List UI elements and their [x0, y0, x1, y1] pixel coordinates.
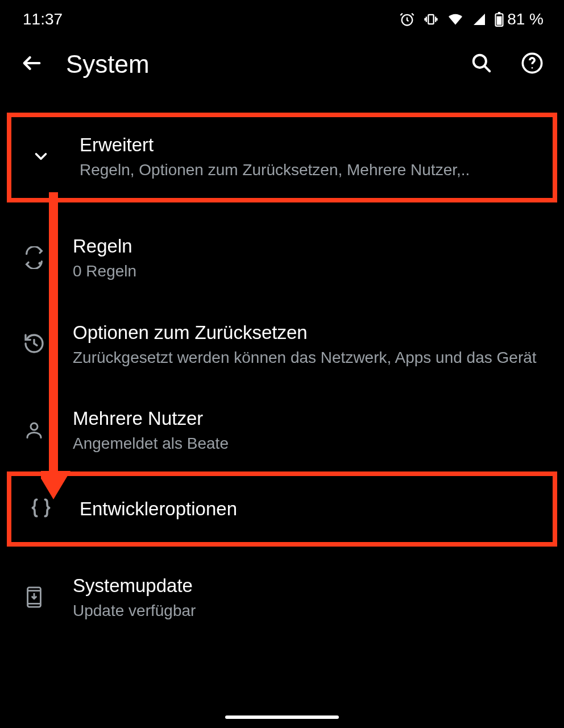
battery-indicator: 81 % [495, 10, 544, 28]
chevron-down-icon [31, 147, 51, 168]
list-item-developer-options[interactable]: Entwickleroptionen [7, 471, 557, 547]
svg-rect-3 [497, 16, 502, 25]
signal-icon [472, 13, 487, 26]
search-button[interactable] [471, 52, 492, 76]
vibrate-icon [423, 11, 439, 27]
back-button[interactable] [20, 52, 43, 77]
status-time: 11:37 [23, 10, 63, 28]
item-subtitle: Regeln, Optionen zum Zurücksetzen, Mehre… [80, 159, 544, 181]
battery-text: 81 % [507, 10, 544, 28]
page-title: System [66, 50, 448, 78]
list-item-users[interactable]: Mehrere Nutzer Angemeldet als Beate [0, 391, 564, 471]
settings-list: Erweitert Regeln, Optionen zum Zurückset… [0, 96, 564, 639]
help-button[interactable] [521, 52, 544, 77]
item-subtitle: Update verfügbar [73, 600, 550, 622]
svg-point-8 [39, 262, 42, 264]
svg-rect-1 [429, 15, 434, 24]
system-update-icon [24, 586, 44, 611]
list-item-reset[interactable]: Optionen zum Zurücksetzen Zurückgesetzt … [0, 299, 564, 391]
list-item-rules[interactable]: Regeln 0 Regeln [0, 218, 564, 299]
battery-icon [495, 12, 504, 27]
alarm-icon [399, 11, 415, 27]
list-item-advanced[interactable]: Erweitert Regeln, Optionen zum Zurückset… [7, 113, 557, 202]
svg-rect-4 [498, 12, 500, 14]
item-title: Mehrere Nutzer [73, 408, 550, 429]
item-title: Erweitert [80, 134, 544, 156]
list-item-system-update[interactable]: Systemupdate Update verfügbar [0, 558, 564, 639]
rules-icon [23, 246, 45, 271]
wifi-icon [447, 13, 464, 26]
home-indicator[interactable] [225, 715, 339, 719]
svg-point-9 [31, 423, 38, 430]
item-title: Regeln [73, 235, 550, 257]
svg-point-7 [532, 67, 533, 69]
item-title: Optionen zum Zurücksetzen [73, 322, 550, 344]
code-braces-icon [28, 495, 53, 523]
app-bar: System [0, 39, 564, 96]
item-subtitle: 0 Regeln [73, 260, 550, 282]
reset-icon [23, 332, 45, 357]
item-title: Entwickleroptionen [80, 498, 544, 520]
item-subtitle: Angemeldet als Beate [73, 433, 550, 454]
person-icon [24, 420, 44, 442]
item-subtitle: Zurückgesetzt werden können das Netzwerk… [73, 347, 550, 369]
status-icons: 81 % [399, 10, 544, 28]
status-bar: 11:37 [0, 0, 564, 39]
item-title: Systemupdate [73, 575, 550, 597]
